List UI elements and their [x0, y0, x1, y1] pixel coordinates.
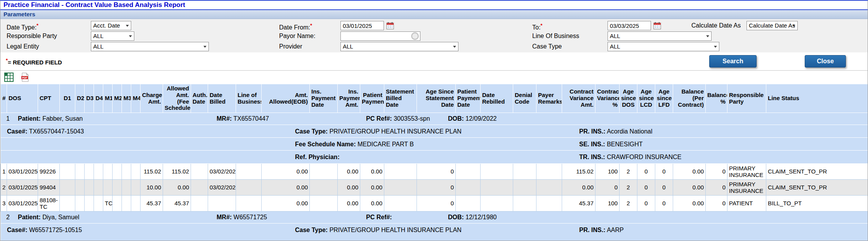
cell-lob [236, 196, 262, 212]
chevron-down-icon [129, 35, 132, 39]
cell-d4 [94, 180, 103, 196]
cell-allowed_fee: 0.00 [163, 180, 191, 196]
cell-stmt_billed [384, 164, 417, 180]
col-header-cv_amt: Contract Variance Amt. [562, 84, 595, 113]
cell-date_billed: 03/02/2025 [208, 164, 236, 180]
col-header-cpt: CPT [38, 84, 60, 113]
cell-d1 [60, 196, 75, 212]
cell-cv_amt: 45.37 [562, 196, 595, 212]
close-button[interactable]: Close [805, 55, 846, 68]
cell-payer_remarks [536, 164, 562, 180]
cell-cv_pct: 0 [595, 180, 620, 196]
cell-m3 [122, 180, 131, 196]
col-header-ins_pmt_amt: Ins. Payment Amt. [338, 84, 360, 113]
cell-d4 [94, 196, 103, 212]
cell-m3 [122, 164, 131, 180]
date-type-value: Acct. Date [93, 22, 120, 29]
patient-mr: MR#: TX65570447 [217, 113, 269, 125]
payor-lookup-icon[interactable] [411, 32, 419, 40]
col-header-d2: D2 [75, 84, 85, 113]
export-pdf-icon[interactable]: PDF [21, 73, 29, 82]
case-type-select[interactable]: ALL [608, 42, 719, 51]
legal-entity-select[interactable]: ALL [91, 42, 209, 51]
patient-dob: DOB: 12/12/1980 [448, 212, 496, 223]
cell-line_status: CLAIM_SENT_TO_PR [766, 180, 868, 196]
cell-balance_pct: 0 [706, 196, 727, 212]
provider-select[interactable]: ALL [340, 42, 458, 51]
cell-age_lcd: 0 [637, 180, 655, 196]
cell-resp_party: PRIMARY INSURANCE [727, 180, 766, 196]
col-header-date_billed: Date Billed [208, 84, 236, 113]
cell-d2 [75, 164, 85, 180]
col-header-pt_pmt_date: Patient Payment Date [456, 84, 481, 113]
case-number: Case#: W65571725-10515 [7, 224, 82, 236]
col-header-payer_remarks: Payer Remarks [536, 84, 562, 113]
cell-charge: 115.02 [141, 164, 163, 180]
cell-d2 [75, 180, 85, 196]
cell-resp_party: PRIMARY INSURANCE [727, 164, 766, 180]
cell-d3 [85, 196, 94, 212]
patient-index: 1 [6, 113, 10, 125]
title-bar: Practice Financial - Contract Value Base… [0, 1, 868, 10]
responsible-party-select[interactable]: ALL [91, 31, 134, 41]
cell-age_dos: 2 [620, 196, 637, 212]
payor-name-input[interactable] [340, 31, 420, 41]
cell-charge: 45.37 [141, 196, 163, 212]
cell-pt_pmt: 0.00 [360, 164, 384, 180]
case-type: Case Type: PRIVATE/GROUP HEALTH INSURANC… [295, 224, 462, 236]
cell-d4 [94, 164, 103, 180]
calculate-date-as-select[interactable]: Calculate Date As [746, 21, 798, 30]
cell-balance: 0.00 [673, 196, 706, 212]
line-of-business-label: Line Of Business [532, 31, 579, 41]
cell-m2 [113, 164, 122, 180]
report-window: Practice Financial - Contract Value Base… [0, 0, 868, 241]
cell-line_status: CLAIM_SENT_TO_PR [766, 164, 868, 180]
responsible-party-value: ALL [93, 33, 104, 39]
col-header-auth_date: Auth. Date [191, 84, 208, 113]
cell-age_lcd: 0 [637, 164, 655, 180]
cell-balance_pct: 0 [706, 164, 727, 180]
table-row: 103/01/202599226115.02115.0203/02/20250.… [1, 164, 868, 180]
date-type-select[interactable]: Acct. Date [91, 21, 131, 30]
svg-text:PDF: PDF [22, 76, 27, 79]
cell-date_billed: 03/02/2025 [208, 180, 236, 196]
line-of-business-select[interactable]: ALL [608, 31, 712, 41]
cell-age_dos: 2 [620, 180, 637, 196]
calendar-icon[interactable] [386, 22, 394, 29]
col-header-d1: D1 [60, 84, 75, 113]
cell-amt_allowed_eob: 0.00 [262, 164, 310, 180]
cell-line_status: BILL_TO_PT [766, 196, 868, 212]
cell-m1: TC [103, 196, 113, 212]
col-header-balance_pct: Balance % [706, 84, 727, 113]
col-header-m1: M1 [103, 84, 113, 113]
ref-physician: Ref. Physician: [295, 151, 340, 163]
cell-payer_remarks [536, 180, 562, 196]
report-table: #DOSCPTD1D2D3D4M1M2M3M4Charge Amt.Allowe… [0, 84, 868, 241]
export-excel-icon[interactable] [4, 73, 14, 82]
col-header-stmt_billed: Statement Billed Date [384, 84, 417, 113]
cell-resp_party: PATIENT [727, 196, 766, 212]
search-button[interactable]: Search [709, 55, 757, 68]
calendar-icon[interactable] [653, 22, 661, 29]
col-header-line_status: Line Status [766, 84, 868, 113]
cell-dos: 03/01/2025 [7, 164, 38, 180]
provider-label: Provider [279, 42, 302, 51]
cell-lob [236, 164, 262, 180]
cell-pt_pmt_date [456, 180, 481, 196]
patient-index: 2 [6, 212, 10, 223]
col-header-ins_pmt_date: Ins. Payment Date [310, 84, 338, 113]
cell-m3 [122, 196, 131, 212]
cell-age_since_stmt: 0 [417, 164, 456, 180]
cell-m4 [131, 164, 141, 180]
date-from-input[interactable] [340, 21, 384, 30]
table-row: 203/01/20259940410.000.0003/02/20250.000… [1, 180, 868, 196]
col-header-d3: D3 [85, 84, 94, 113]
col-header-pt_pmt: Patient Payment [360, 84, 384, 113]
cell-payer_remarks [536, 196, 562, 212]
cell-date_rebilled [481, 180, 513, 196]
cell-date_rebilled [481, 196, 513, 212]
cell-age_since_stmt: 0 [417, 196, 456, 212]
patient-dob: DOB: 12/09/2022 [448, 113, 496, 125]
date-to-input[interactable] [608, 21, 651, 30]
required-asterisk: * [310, 23, 312, 28]
